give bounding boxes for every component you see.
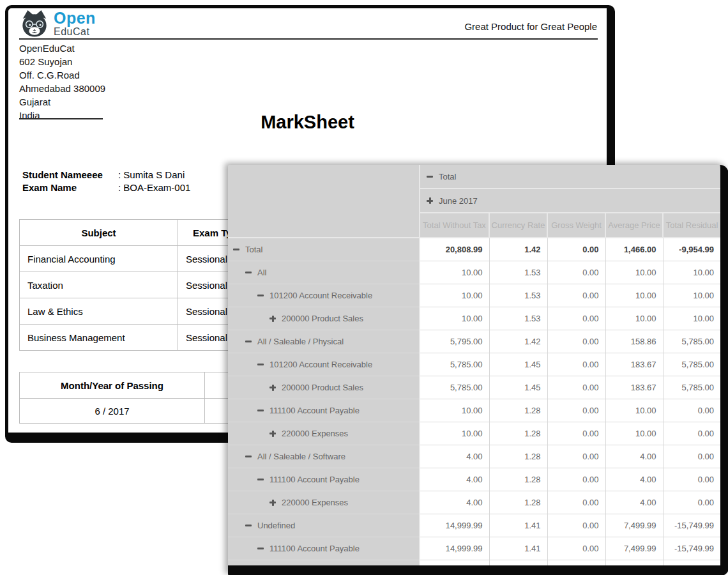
pivot-cell: 4.00 <box>605 445 663 468</box>
pivot-cell: 1.42 <box>489 330 547 353</box>
pivot-cell: 0.00 <box>663 491 720 514</box>
collapse-icon[interactable] <box>257 546 264 552</box>
pivot-window: TotalJune 2017Total Without TaxCurrency … <box>228 165 728 575</box>
table-cell: Business Management <box>20 325 178 351</box>
pivot-cell: 5,785.00 <box>663 376 720 399</box>
pivot-cell: 0.00 <box>547 307 605 330</box>
measure-header[interactable]: Currency Rate <box>489 213 547 238</box>
measure-header[interactable]: Total Without Tax <box>420 213 489 238</box>
table-cell: Financial Accounting <box>20 246 178 272</box>
pivot-cell: 10.00 <box>420 261 489 284</box>
pivot-row-header-inner: 111100 Account Payable <box>228 475 419 484</box>
pivot-cell: 4.00 <box>420 468 489 491</box>
pivot-cell: 10.00 <box>605 422 663 445</box>
pivot-cell: 0.00 <box>547 537 605 560</box>
pivot-row: 200000 Product Sales10.001.530.0010.0010… <box>228 307 720 330</box>
pivot-row-header[interactable]: Total <box>228 238 420 261</box>
pivot-row-label: 111100 Account Payable <box>269 475 360 484</box>
pivot-row-label: All / Saleable / Physical <box>257 337 344 346</box>
pivot-row-header-inner: 220000 Expenses <box>228 429 419 438</box>
address-line: Off. C.G.Road <box>19 68 105 82</box>
pivot-cell: 0.00 <box>547 238 605 261</box>
table-row: Financial AccountingSessional <box>20 246 258 272</box>
pivot-cell: 5,785.00 <box>663 330 720 353</box>
expand-icon[interactable] <box>269 569 276 575</box>
expand-icon[interactable] <box>269 385 276 391</box>
pivot-row: 200000 Product Sales5,785.001.450.00183.… <box>228 376 720 399</box>
address-block: OpenEduCat602 SuyojanOff. C.G.RoadAhmeda… <box>19 42 105 122</box>
pivot-cell: -9,954.99 <box>663 238 720 261</box>
pivot-cell: 1.28 <box>489 422 547 445</box>
collapse-icon[interactable] <box>257 293 264 299</box>
collapse-icon[interactable] <box>257 362 264 368</box>
pivot-row-header[interactable]: Undefined <box>228 514 420 537</box>
collapse-icon[interactable] <box>233 247 239 253</box>
pivot-cell: 10.00 <box>420 422 489 445</box>
pivot-row-header[interactable]: All / Saleable / Physical <box>228 330 420 353</box>
brand-name-educat: EduCat <box>54 27 96 37</box>
measure-header[interactable]: Gross Weight <box>547 213 605 238</box>
pivot-row-header-inner: Undefined <box>228 521 419 530</box>
pivot-cell: 4.00 <box>605 468 663 491</box>
pivot-cell: 0.00 <box>547 261 605 284</box>
pivot-cell: 0.00 <box>547 422 605 445</box>
col-group-june-2017[interactable]: June 2017 <box>420 188 720 213</box>
pivot-row-header[interactable]: All <box>228 261 420 284</box>
pivot-row-header[interactable]: 220000 Expenses <box>228 422 420 445</box>
collapse-icon[interactable] <box>245 270 252 276</box>
header-divider <box>19 38 598 40</box>
pivot-cell: -15,749.99 <box>663 537 720 560</box>
address-line: 602 Suyojan <box>19 55 105 68</box>
collapse-icon[interactable] <box>245 523 252 529</box>
pivot-row-header[interactable]: 211000 Foreign Exchange Loss <box>228 560 420 575</box>
pivot-cell: 5,785.00 <box>420 376 489 399</box>
pivot-cell: 5,785.00 <box>420 353 489 376</box>
pivot-row-label: Total <box>245 245 262 254</box>
pivot-row-header-inner: All / Saleable / Software <box>228 452 419 461</box>
pivot-col-group-row: Total <box>228 165 720 188</box>
pivot-row-header[interactable]: 200000 Product Sales <box>228 376 420 399</box>
pivot-cell: 14,999.99 <box>420 537 489 560</box>
pivot-cell: 0.00 <box>663 468 720 491</box>
pivot-cell: 1,466.00 <box>605 238 663 261</box>
pivot-cell: 4.00 <box>605 491 663 514</box>
collapse-icon[interactable] <box>257 477 264 483</box>
expand-icon[interactable] <box>427 197 433 204</box>
pivot-row: All / Saleable / Software4.001.280.004.0… <box>228 445 720 468</box>
measure-header[interactable]: Average Price <box>605 213 663 238</box>
pivot-row-header[interactable]: All / Saleable / Software <box>228 445 420 468</box>
measure-header[interactable]: Total Residual <box>663 213 720 238</box>
pivot-cell: 14,999.99 <box>420 560 489 575</box>
address-line: Ahmedabad 380009 <box>19 82 105 95</box>
collapse-icon[interactable] <box>245 454 252 460</box>
expand-icon[interactable] <box>269 500 276 506</box>
column-header: Subject <box>20 220 178 246</box>
educat-logo: Open EduCat <box>20 9 96 38</box>
pivot-cell: 7,499.99 <box>605 560 663 575</box>
pivot-row-header[interactable]: 111100 Account Payable <box>228 468 420 491</box>
collapse-icon[interactable] <box>245 339 252 345</box>
pivot-row-label: Undefined <box>257 521 295 530</box>
pivot-row-header[interactable]: 111100 Account Payable <box>228 537 420 560</box>
pivot-row-header[interactable]: 220000 Expenses <box>228 491 420 514</box>
pivot-row-header[interactable]: 200000 Product Sales <box>228 307 420 330</box>
pivot-cell: 0.00 <box>547 284 605 307</box>
table-cell: 6 / 2017 <box>20 399 205 424</box>
col-group-total[interactable]: Total <box>420 165 720 188</box>
pivot-row-header[interactable]: 101200 Account Receivable <box>228 353 420 376</box>
expand-icon[interactable] <box>269 431 276 437</box>
pivot-row: 111100 Account Payable14,999.991.410.007… <box>228 537 720 560</box>
collapse-icon[interactable] <box>257 408 264 414</box>
collapse-icon[interactable] <box>427 173 433 180</box>
expand-icon[interactable] <box>269 316 276 322</box>
pivot-row-header-inner: 111100 Account Payable <box>228 544 419 553</box>
pivot-cell: 1.28 <box>489 445 547 468</box>
col-group-label: June 2017 <box>439 196 478 206</box>
pivot-row: Total20,808.991.420.001,466.00-9,954.99 <box>228 238 720 261</box>
pivot-row-header-inner: Total <box>228 245 419 254</box>
pivot-row-header[interactable]: 111100 Account Payable <box>228 399 420 422</box>
pivot-cell: 10.00 <box>605 399 663 422</box>
pivot-row-header[interactable]: 101200 Account Receivable <box>228 284 420 307</box>
pivot-row-label: 200000 Product Sales <box>282 383 363 392</box>
pivot-cell: 10.00 <box>605 307 663 330</box>
